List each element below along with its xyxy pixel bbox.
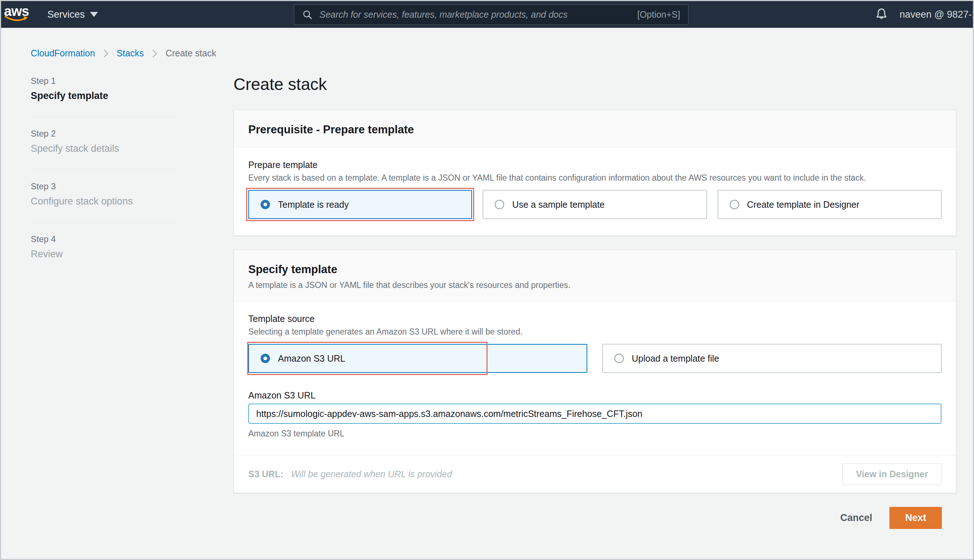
search-input[interactable] bbox=[320, 9, 630, 20]
sidebar-step-2: Step 2 Specify stack details bbox=[31, 117, 176, 170]
step-number: Step 2 bbox=[31, 128, 176, 139]
step-title: Specify template bbox=[31, 90, 176, 102]
chevron-right-icon bbox=[151, 48, 158, 58]
prepare-template-options: Template is ready Use a sample template … bbox=[248, 190, 941, 219]
step-title: Specify stack details bbox=[31, 143, 176, 154]
s3-url-field-block: Amazon S3 URL Amazon S3 template URL bbox=[248, 390, 941, 438]
search-icon bbox=[302, 9, 313, 20]
cancel-button[interactable]: Cancel bbox=[840, 512, 872, 523]
chevron-right-icon bbox=[102, 48, 110, 58]
prepare-template-label: Prepare template bbox=[248, 160, 941, 170]
s3-url-input[interactable] bbox=[248, 403, 941, 424]
option-upload-template-file[interactable]: Upload a template file bbox=[602, 344, 941, 373]
step-title: Review bbox=[31, 248, 176, 260]
breadcrumb: CloudFormation Stacks Create stack bbox=[1, 28, 973, 58]
specify-template-card-footer: S3 URL: Will be generated when URL is pr… bbox=[234, 455, 956, 493]
prerequisite-card-body: Prepare template Every stack is based on… bbox=[234, 147, 956, 235]
radio-unselected-icon[interactable] bbox=[495, 200, 504, 209]
specify-template-card: Specify template A template is a JSON or… bbox=[233, 250, 956, 493]
main-panel: Create stack Prerequisite - Prepare temp… bbox=[233, 74, 956, 529]
sidebar-step-3: Step 3 Configure stack options bbox=[31, 170, 176, 223]
specify-template-card-title: Specify template bbox=[248, 263, 941, 276]
wizard-steps-sidebar: Step 1 Specify template Step 2 Specify s… bbox=[31, 74, 176, 529]
radio-selected-icon[interactable] bbox=[260, 354, 270, 363]
top-nav-bar: aws Services [Option+S] bbox=[1, 1, 973, 28]
account-menu[interactable]: naveen @ 9827-1 bbox=[899, 9, 974, 20]
radio-unselected-icon[interactable] bbox=[614, 354, 624, 363]
view-in-designer-button[interactable]: View in Designer bbox=[842, 463, 941, 485]
topbar-right-group: naveen @ 9827-1 bbox=[874, 1, 974, 28]
next-button[interactable]: Next bbox=[889, 507, 942, 529]
breadcrumb-current-page: Create stack bbox=[165, 48, 216, 58]
option-label: Use a sample template bbox=[512, 200, 605, 210]
step-number: Step 4 bbox=[31, 234, 176, 244]
option-use-sample-template[interactable]: Use a sample template bbox=[483, 190, 707, 219]
s3-url-status-prefix: S3 URL: bbox=[248, 469, 284, 479]
bell-icon bbox=[874, 7, 889, 22]
prerequisite-card-title: Prerequisite - Prepare template bbox=[248, 123, 941, 136]
global-search-box: [Option+S] bbox=[294, 4, 689, 25]
page-title: Create stack bbox=[233, 75, 956, 94]
s3-url-status: S3 URL: Will be generated when URL is pr… bbox=[248, 469, 452, 480]
template-source-options: Amazon S3 URL Upload a template file bbox=[248, 344, 941, 373]
specify-template-card-header: Specify template A template is a JSON or… bbox=[234, 250, 956, 301]
radio-unselected-icon[interactable] bbox=[730, 200, 739, 209]
services-menu[interactable]: Services bbox=[47, 1, 98, 28]
s3-url-status-note: Will be generated when URL is provided bbox=[291, 469, 452, 479]
wizard-actions: Cancel Next bbox=[233, 507, 956, 529]
radio-selected-icon[interactable] bbox=[260, 200, 270, 209]
prepare-template-description: Every stack is based on a template. A te… bbox=[248, 173, 941, 183]
option-label: Create template in Designer bbox=[747, 200, 859, 210]
search-shortcut-hint: [Option+S] bbox=[637, 9, 680, 20]
step-title: Configure stack options bbox=[31, 196, 176, 207]
option-create-template-designer[interactable]: Create template in Designer bbox=[718, 190, 941, 219]
template-source-label: Template source bbox=[248, 313, 941, 324]
sidebar-step-4: Step 4 Review bbox=[31, 223, 176, 275]
option-label: Amazon S3 URL bbox=[278, 353, 345, 364]
option-template-is-ready[interactable]: Template is ready bbox=[248, 190, 472, 219]
aws-logo-text: aws bbox=[4, 5, 32, 17]
prerequisite-card: Prerequisite - Prepare template Prepare … bbox=[233, 110, 956, 236]
specify-template-card-body: Template source Selecting a template gen… bbox=[234, 301, 956, 455]
caret-down-icon bbox=[90, 12, 98, 17]
prerequisite-card-header: Prerequisite - Prepare template bbox=[234, 110, 956, 147]
step-number: Step 3 bbox=[31, 182, 176, 192]
notifications-button[interactable] bbox=[874, 7, 889, 22]
template-source-description: Selecting a template generates an Amazon… bbox=[248, 327, 941, 337]
option-label: Upload a template file bbox=[632, 353, 719, 364]
breadcrumb-cloudformation-link[interactable]: CloudFormation bbox=[31, 48, 95, 58]
services-label: Services bbox=[47, 9, 85, 20]
aws-console-window: aws Services [Option+S] bbox=[0, 0, 974, 560]
option-label: Template is ready bbox=[278, 200, 349, 210]
s3-url-field-label: Amazon S3 URL bbox=[248, 390, 941, 401]
sidebar-step-1: Step 1 Specify template bbox=[31, 74, 176, 117]
step-number: Step 1 bbox=[31, 76, 176, 86]
s3-url-helper-text: Amazon S3 template URL bbox=[248, 429, 941, 438]
option-amazon-s3-url[interactable]: Amazon S3 URL bbox=[248, 344, 587, 373]
aws-logo[interactable]: aws bbox=[4, 5, 32, 22]
breadcrumb-stacks-link[interactable]: Stacks bbox=[117, 48, 144, 58]
specify-template-card-subtitle: A template is a JSON or YAML file that d… bbox=[248, 280, 941, 290]
page-content: Step 1 Specify template Step 2 Specify s… bbox=[1, 58, 973, 529]
